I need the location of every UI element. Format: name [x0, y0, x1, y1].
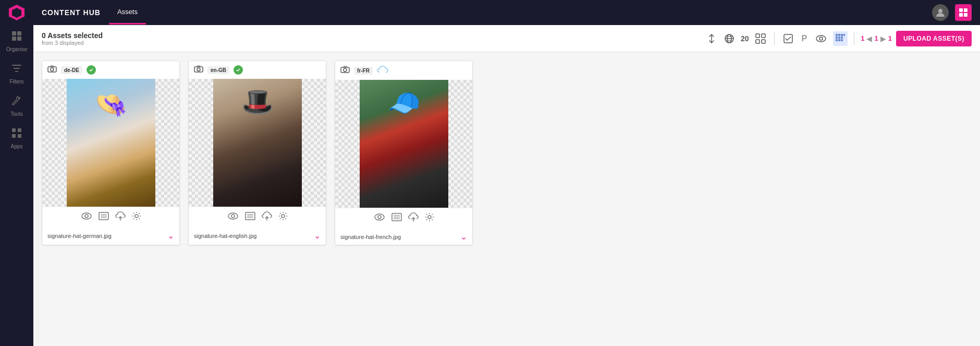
photo-fr	[360, 80, 448, 208]
svg-point-48	[197, 68, 200, 71]
svg-point-49	[228, 213, 238, 219]
tab-assets[interactable]: Assets	[109, 1, 146, 25]
svg-rect-10	[18, 134, 21, 138]
asset-card-de: de-DE	[42, 61, 180, 245]
svg-point-64	[428, 216, 431, 219]
list-action-de[interactable]	[99, 212, 109, 223]
asset-image-en	[189, 79, 326, 207]
asset-header-en: en-GB	[189, 61, 326, 79]
sidebar-item-tools[interactable]: Tools	[0, 90, 33, 122]
app-title: CONTENT HUB	[42, 8, 101, 17]
asset-card-fr: fr-FR	[335, 61, 473, 245]
view-action-de[interactable]	[81, 212, 92, 223]
svg-rect-22	[762, 34, 765, 38]
expand-de[interactable]: ⌄	[167, 231, 174, 241]
sort-button[interactable]	[705, 31, 718, 46]
grid-layout-icon	[959, 8, 968, 17]
svg-rect-21	[756, 34, 760, 38]
asset-footer-de: signature-hat-german.jpg ⌄	[42, 228, 179, 244]
svg-rect-3	[17, 31, 21, 35]
view-action-en[interactable]	[227, 212, 239, 223]
topnav-right	[932, 4, 972, 21]
list-action-fr[interactable]	[391, 213, 402, 224]
svg-point-50	[231, 214, 235, 218]
asset-card-en: en-GB	[188, 61, 326, 245]
toolbar: 0 Assets selected from 3 displayed	[33, 25, 980, 52]
photo-en	[213, 79, 302, 207]
toolbar-divider	[774, 32, 775, 45]
asset-image-de	[42, 79, 179, 207]
svg-point-40	[82, 213, 91, 219]
expand-fr[interactable]: ⌄	[460, 232, 467, 242]
displayed-count: from 3 displayed	[42, 40, 103, 46]
svg-rect-31	[843, 34, 845, 36]
expand-en[interactable]: ⌄	[314, 231, 321, 241]
view-button[interactable]	[813, 32, 829, 45]
svg-rect-35	[836, 39, 838, 41]
svg-point-57	[344, 68, 347, 71]
sort-arrows-icon	[707, 33, 716, 44]
svg-point-46	[135, 214, 138, 218]
sidebar-item-filters[interactable]: Filters	[0, 57, 33, 90]
grid-view-button[interactable]	[753, 31, 768, 46]
prev-page-button[interactable]: ◀	[866, 34, 872, 43]
mosaic-icon	[835, 33, 846, 44]
asset-name-en: signature-hat-english.jpg	[194, 233, 256, 239]
asset-name-fr: signature-hat-french.jpg	[340, 234, 401, 240]
svg-point-11	[938, 9, 942, 13]
sidebar-apps-label: Apps	[11, 144, 23, 149]
globe-icon	[724, 33, 734, 44]
svg-point-27	[819, 37, 823, 40]
photo-de	[67, 79, 155, 207]
svg-rect-30	[841, 34, 843, 36]
main-content: CONTENT HUB Assets	[33, 0, 980, 346]
checkbox-icon	[783, 33, 793, 44]
preview-mode-button[interactable]: P	[800, 32, 810, 45]
sidebar-item-organise[interactable]: Organise	[0, 25, 33, 57]
assets-grid: de-DE	[42, 61, 972, 245]
sidebar-organise-label: Organise	[6, 46, 28, 52]
view-action-fr[interactable]	[374, 213, 385, 224]
selected-count: 0 Assets selected	[42, 31, 103, 40]
organise-icon	[11, 30, 22, 44]
svg-rect-29	[838, 34, 840, 36]
svg-point-58	[375, 214, 384, 220]
app-logo[interactable]	[0, 0, 33, 25]
status-approved-en	[234, 65, 243, 75]
settings-action-en[interactable]	[278, 211, 288, 223]
next-page-button[interactable]: ▶	[880, 34, 886, 43]
svg-rect-8	[18, 128, 21, 132]
toolbar-right: 20 P	[705, 31, 972, 46]
svg-point-55	[281, 214, 285, 218]
settings-action-fr[interactable]	[425, 212, 434, 224]
asset-actions-en	[189, 207, 326, 228]
upload-assets-button[interactable]: UPLOAD ASSET(S)	[896, 31, 972, 46]
language-button[interactable]	[722, 31, 737, 46]
upload-action-fr[interactable]	[408, 212, 419, 224]
pagination: 1 ◀ 1 ▶ 1	[861, 34, 892, 43]
svg-point-6	[18, 97, 20, 99]
sidebar-item-apps[interactable]: Apps	[0, 122, 33, 154]
upload-action-de[interactable]	[115, 211, 126, 223]
sidebar-tools-label: Tools	[10, 111, 22, 117]
svg-point-26	[816, 35, 826, 42]
user-avatar[interactable]	[932, 4, 949, 21]
svg-rect-36	[838, 39, 840, 41]
svg-rect-9	[12, 134, 16, 138]
asset-footer-fr: signature-hat-french.jpg ⌄	[335, 229, 472, 245]
layout-toggle[interactable]	[955, 4, 972, 21]
eye-icon	[815, 34, 827, 43]
svg-rect-15	[964, 13, 967, 17]
list-action-en[interactable]	[245, 212, 255, 223]
sidebar-filters-label: Filters	[9, 79, 23, 85]
svg-rect-14	[959, 13, 963, 17]
settings-action-de[interactable]	[132, 211, 141, 223]
assets-area: de-DE	[33, 52, 980, 346]
toolbar-divider-2	[854, 32, 854, 45]
asset-image-fr	[335, 80, 472, 208]
lang-badge-en: en-GB	[207, 66, 229, 74]
select-all-button[interactable]	[781, 31, 795, 46]
mosaic-button[interactable]	[833, 31, 848, 46]
p-label: P	[802, 34, 807, 43]
upload-action-en[interactable]	[262, 211, 272, 223]
